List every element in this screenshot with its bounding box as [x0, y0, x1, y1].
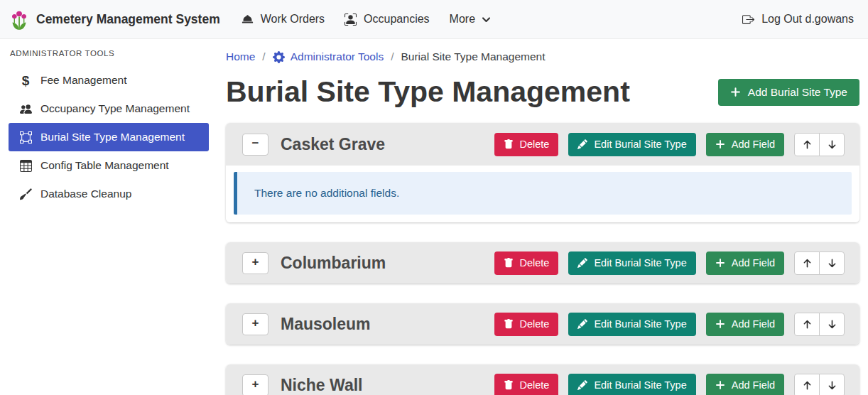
panel-title: Mausoleum — [281, 315, 371, 334]
trash-icon — [504, 139, 514, 149]
sidebar-item-database-cleanup[interactable]: Database Cleanup — [9, 180, 209, 208]
edit-burial-site-type-button[interactable]: Edit Burial Site Type — [568, 313, 695, 336]
expand-panel-button[interactable]: + — [242, 252, 268, 274]
main-content: Home / Administrator Tools / Burial Site… — [215, 39, 868, 395]
app-brand[interactable]: Cemetery Management System — [10, 9, 220, 31]
expand-panel-button[interactable]: + — [242, 374, 268, 395]
tulip-logo-icon — [10, 9, 28, 31]
pencil-icon — [577, 258, 587, 268]
panel-actions: DeleteEdit Burial Site TypeAdd Field — [494, 313, 845, 336]
panel-title: Casket Grave — [281, 135, 385, 154]
reorder-buttons — [794, 313, 845, 336]
sidebar-item-label: Config Table Management — [40, 159, 169, 172]
panel-actions: DeleteEdit Burial Site TypeAdd Field — [494, 251, 845, 275]
delete-button[interactable]: Delete — [494, 374, 559, 395]
nav-item-work-orders[interactable]: Work Orders — [232, 7, 335, 31]
gear-icon — [273, 51, 285, 63]
chevron-down-icon — [482, 15, 491, 24]
sidebar-item-fee-management[interactable]: $Fee Management — [9, 66, 209, 94]
panel-niche-wall: +Niche WallDeleteEdit Burial Site TypeAd… — [226, 364, 859, 395]
panel-body: There are no additional fields. — [226, 166, 859, 222]
move-up-button[interactable] — [794, 374, 820, 395]
sidebar-items: $Fee ManagementOccupancy Type Management… — [9, 66, 209, 208]
sidebar-item-config-table-management[interactable]: Config Table Management — [9, 151, 209, 180]
breadcrumb-section-link[interactable]: Administrator Tools — [273, 50, 384, 63]
bounding-box-icon — [18, 131, 33, 144]
burial-site-type-panels: −Casket GraveDeleteEdit Burial Site Type… — [226, 123, 859, 395]
delete-button[interactable]: Delete — [494, 313, 559, 336]
trash-icon — [504, 319, 514, 329]
panel-header: −Casket GraveDeleteEdit Burial Site Type… — [226, 123, 859, 166]
arrow-up-icon — [802, 380, 813, 391]
move-down-button[interactable] — [819, 313, 845, 336]
move-up-button[interactable] — [794, 251, 820, 275]
breadcrumb: Home / Administrator Tools / Burial Site… — [226, 47, 859, 67]
nav-item-occupancies[interactable]: Occupancies — [335, 7, 440, 31]
delete-button[interactable]: Delete — [494, 133, 559, 156]
add-field-button[interactable]: Add Field — [706, 133, 784, 156]
sidebar-item-label: Database Cleanup — [40, 188, 131, 200]
breadcrumb-home-link[interactable]: Home — [226, 50, 255, 63]
panel-actions: DeleteEdit Burial Site TypeAdd Field — [494, 374, 845, 395]
sidebar-item-burial-site-type-management[interactable]: Burial Site Type Management — [9, 123, 209, 151]
title-row: Burial Site Type Management Add Burial S… — [226, 75, 859, 109]
pencil-icon — [577, 380, 587, 390]
add-field-button[interactable]: Add Field — [706, 251, 784, 275]
pencil-icon — [577, 139, 587, 149]
panel-header: +MausoleumDeleteEdit Burial Site TypeAdd… — [226, 303, 859, 345]
arrow-up-icon — [802, 139, 813, 150]
expand-panel-button[interactable]: + — [242, 313, 268, 335]
arrow-up-icon — [802, 258, 813, 269]
arrow-down-icon — [827, 319, 837, 330]
arrow-down-icon — [827, 139, 837, 150]
arrow-up-icon — [802, 319, 813, 330]
people-icon — [18, 103, 33, 115]
reorder-buttons — [794, 133, 845, 156]
sidebar-item-label: Fee Management — [40, 74, 127, 87]
move-up-button[interactable] — [794, 133, 820, 156]
breadcrumb-separator: / — [391, 50, 394, 63]
plus-icon — [715, 319, 725, 329]
edit-burial-site-type-button[interactable]: Edit Burial Site Type — [568, 251, 695, 275]
nav-item-more[interactable]: More — [440, 7, 501, 31]
move-down-button[interactable] — [819, 374, 845, 395]
arrow-down-icon — [827, 380, 837, 391]
edit-burial-site-type-button[interactable]: Edit Burial Site Type — [568, 374, 695, 395]
logout-icon — [742, 13, 754, 26]
pencil-icon — [577, 319, 587, 329]
panel-title: Niche Wall — [281, 376, 362, 395]
add-field-button[interactable]: Add Field — [706, 313, 784, 336]
page-title: Burial Site Type Management — [226, 75, 630, 109]
sidebar-item-occupancy-type-management[interactable]: Occupancy Type Management — [9, 94, 209, 123]
admin-sidebar: ADMINISTRATOR TOOLS $Fee ManagementOccup… — [0, 39, 215, 395]
move-down-button[interactable] — [819, 133, 845, 156]
top-navbar: Cemetery Management System Work OrdersOc… — [0, 0, 868, 39]
logout-button[interactable]: Log Out d.gowans — [741, 7, 855, 31]
add-field-button[interactable]: Add Field — [706, 374, 784, 395]
delete-button[interactable]: Delete — [494, 251, 559, 275]
no-additional-fields-alert: There are no additional fields. — [234, 172, 852, 215]
collapse-panel-button[interactable]: − — [242, 134, 268, 156]
panel-title: Columbarium — [281, 254, 386, 273]
add-burial-site-type-button[interactable]: Add Burial Site Type — [718, 79, 859, 106]
edit-burial-site-type-button[interactable]: Edit Burial Site Type — [568, 133, 695, 156]
reorder-buttons — [794, 374, 845, 395]
arrow-down-icon — [827, 258, 837, 269]
panel-columbarium: +ColumbariumDeleteEdit Burial Site TypeA… — [226, 242, 859, 283]
reorder-buttons — [794, 251, 845, 275]
plus-icon — [730, 87, 741, 97]
sidebar-item-label: Occupancy Type Management — [40, 102, 190, 115]
hard-hat-icon — [242, 13, 254, 26]
panel-mausoleum: +MausoleumDeleteEdit Burial Site TypeAdd… — [226, 303, 859, 345]
trash-icon — [504, 258, 514, 268]
move-down-button[interactable] — [819, 251, 845, 275]
navbar-menu: Work OrdersOccupanciesMore — [232, 7, 501, 31]
panel-casket-grave: −Casket GraveDeleteEdit Burial Site Type… — [226, 123, 859, 222]
plus-icon — [715, 380, 725, 390]
breadcrumb-separator: / — [262, 50, 265, 63]
logout-label: Log Out d.gowans — [761, 13, 854, 26]
move-up-button[interactable] — [794, 313, 820, 336]
sidebar-heading: ADMINISTRATOR TOOLS — [10, 49, 209, 58]
plus-icon — [715, 139, 725, 149]
sidebar-item-label: Burial Site Type Management — [40, 131, 185, 144]
